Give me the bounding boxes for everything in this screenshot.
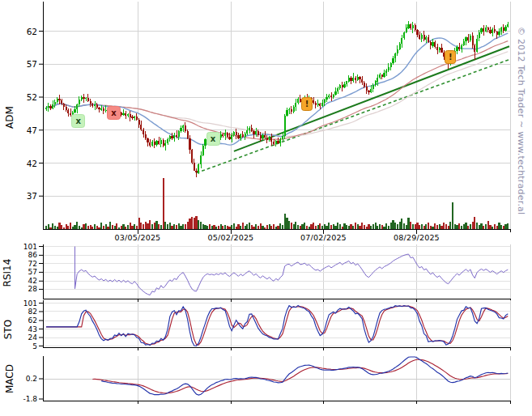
rsi-tick-label: 101 (11, 243, 37, 252)
price-tick-label: 42 (11, 159, 37, 168)
sto-tick-label: 101 (11, 299, 37, 308)
signal-marker-alert: ! (301, 97, 313, 111)
signal-marker-x: x (206, 132, 220, 146)
price-tick-label: 57 (11, 59, 37, 69)
watermark-text: © 2012 Tech Trader ~ www.techtrader.al (516, 27, 526, 214)
rsi-tick-label: 28 (11, 285, 37, 294)
macd-tick-label: -1.8 (11, 395, 37, 404)
signal-marker-alert: ! (445, 50, 456, 64)
signal-marker-x: x (71, 114, 85, 128)
sto-tick-label: 24 (11, 333, 37, 342)
date-tick-label: 07/02/2025 (296, 233, 352, 243)
sto-tick-label: 43 (11, 325, 37, 334)
candlesticks-layer (45, 21, 509, 177)
price-tick-label: 62 (11, 27, 37, 36)
volume-bars-layer (45, 178, 509, 229)
signal-marker-x: x (107, 106, 121, 120)
trendlines-layer (197, 46, 509, 172)
sto-tick-label: 82 (11, 308, 37, 316)
axes-layer (39, 2, 510, 404)
date-tick-label: 05/02/2025 (202, 233, 259, 243)
rsi-tick-label: 57 (11, 268, 37, 277)
price-tick-label: 52 (11, 92, 37, 102)
sto-tick-label: 62 (11, 316, 37, 325)
price-tick-label: 47 (11, 125, 37, 135)
price-tick-label: 37 (11, 191, 37, 201)
rsi-tick-label: 72 (11, 260, 37, 269)
sto-tick-label: 5 (11, 342, 37, 351)
date-tick-label: 08/29/2025 (389, 233, 445, 243)
date-tick-label: 03/05/2025 (109, 233, 166, 243)
stock-chart: ADM RSI14 STO MACD © 2012 Tech Trader ~ … (0, 0, 532, 416)
macd-tick-label: 0.2 (11, 375, 37, 384)
